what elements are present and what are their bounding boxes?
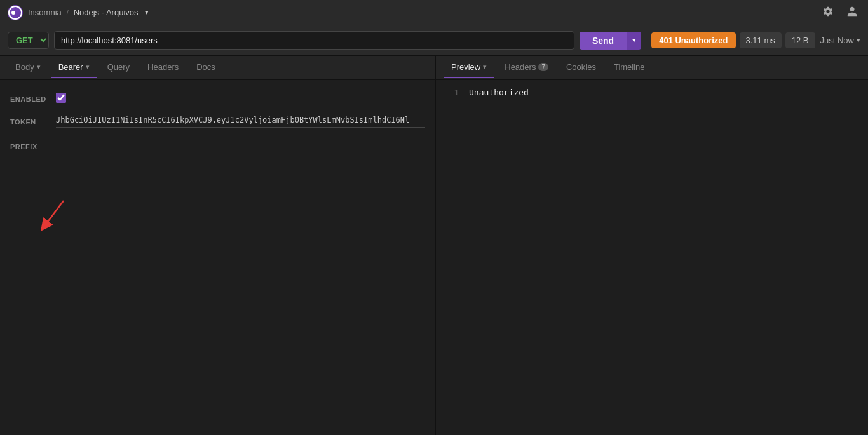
right-panel-tabs: Preview ▾ Headers 7 Cookies Timeline <box>436 56 868 80</box>
preview-content: 1 Unauthorized <box>436 80 868 105</box>
tab-preview[interactable]: Preview ▾ <box>444 57 494 78</box>
right-panel: Preview ▾ Headers 7 Cookies Timeline 1 U… <box>436 56 868 435</box>
timestamp-dropdown-btn[interactable]: ▾ <box>857 36 860 44</box>
status-code-badge: 401 Unauthorized <box>651 32 735 48</box>
top-bar: Insomnia / Nodejs - Arquivos ▾ <box>0 0 868 25</box>
prefix-row: PREFIX <box>10 140 425 152</box>
left-panel: Body ▾ Bearer ▾ Query Headers Docs ENABL… <box>0 56 436 435</box>
enabled-label: ENABLED <box>10 93 48 103</box>
settings-button[interactable] <box>820 3 836 22</box>
send-button[interactable]: Send <box>580 32 627 50</box>
method-select[interactable]: GET <box>8 32 49 49</box>
token-row: TOKEN <box>10 116 425 128</box>
url-input[interactable] <box>54 31 574 50</box>
response-time-badge: 3.11 ms <box>740 32 782 48</box>
project-name: Nodejs - Arquivos <box>74 8 139 17</box>
app-logo <box>8 5 23 20</box>
left-panel-tabs: Body ▾ Bearer ▾ Query Headers Docs <box>0 56 435 80</box>
top-bar-right <box>820 3 860 22</box>
timestamp-label: Just Now <box>820 36 854 45</box>
prefix-label: PREFIX <box>10 140 48 151</box>
tab-timeline[interactable]: Timeline <box>606 57 653 78</box>
main-layout: Body ▾ Bearer ▾ Query Headers Docs ENABL… <box>0 56 868 435</box>
token-label: TOKEN <box>10 116 48 126</box>
tab-bearer[interactable]: Bearer ▾ <box>51 57 97 78</box>
enabled-checkbox[interactable] <box>56 93 66 103</box>
project-dropdown-btn[interactable]: ▾ <box>145 8 149 17</box>
token-input[interactable] <box>56 116 425 128</box>
tab-headers[interactable]: Headers <box>140 57 186 78</box>
user-button[interactable] <box>844 3 860 22</box>
tab-query[interactable]: Query <box>100 57 137 78</box>
svg-point-1 <box>11 11 15 15</box>
url-bar: GET Send ▾ 401 Unauthorized 3.11 ms 12 B… <box>0 25 868 56</box>
send-dropdown-button[interactable]: ▾ <box>627 32 641 50</box>
prefix-input[interactable] <box>56 140 425 152</box>
tab-headers[interactable]: Headers 7 <box>497 57 556 78</box>
send-btn-group: Send ▾ <box>580 32 641 50</box>
status-badges: 401 Unauthorized 3.11 ms 12 B <box>651 32 815 48</box>
response-size-badge: 12 B <box>785 32 815 48</box>
svg-line-2 <box>44 201 64 226</box>
tab-docs[interactable]: Docs <box>189 57 223 78</box>
annotation-arrow <box>38 197 76 236</box>
timestamp-area: Just Now ▾ <box>820 36 860 45</box>
preview-line-1: 1 Unauthorized <box>446 88 858 97</box>
tab-body[interactable]: Body ▾ <box>8 57 48 78</box>
tab-cookies[interactable]: Cookies <box>559 57 604 78</box>
app-name: Insomnia <box>28 8 62 17</box>
breadcrumb: Insomnia / Nodejs - Arquivos <box>28 8 139 17</box>
bearer-form: ENABLED TOKEN PREFIX <box>0 80 435 165</box>
top-bar-left: Insomnia / Nodejs - Arquivos ▾ <box>8 5 149 20</box>
enabled-row: ENABLED <box>10 93 425 103</box>
